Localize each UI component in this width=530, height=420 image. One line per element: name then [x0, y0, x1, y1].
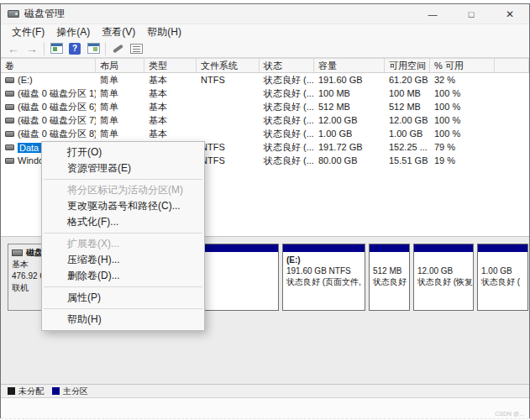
- context-menu-item-shrink-volume[interactable]: 压缩卷(H)...: [42, 252, 204, 268]
- forward-arrow-icon: →: [26, 41, 38, 56]
- volume-row[interactable]: (磁盘 0 磁盘分区 7) 简单 基本 状态良好 (... 12.00 GB 1…: [1, 113, 529, 127]
- back-button[interactable]: ←: [4, 41, 23, 56]
- partition-status: 状态良好 (恢复: [417, 276, 470, 287]
- volume-name: (磁盘 0 磁盘分区 1): [18, 88, 96, 98]
- volume-icon: [5, 144, 14, 150]
- partition-block-e[interactable]: (E:) 191.60 GB NTFS 状态良好 (页面文件,: [282, 244, 365, 311]
- volume-row[interactable]: (磁盘 0 磁盘分区 1) 简单 基本 状态良好 (... 100 MB 100…: [1, 87, 529, 100]
- volume-icon: [5, 158, 14, 164]
- partition-block-512mb[interactable]: 512 MB 状态良好: [369, 244, 410, 311]
- window-title: 磁盘管理: [24, 7, 65, 21]
- volume-icon: [5, 77, 14, 83]
- volume-name: (磁盘 0 磁盘分区 8): [18, 129, 96, 139]
- volume-icon: [5, 131, 14, 137]
- primary-partition-color-swatch: [52, 387, 60, 395]
- context-menu-item-format[interactable]: 格式化(F)...: [42, 214, 204, 230]
- column-header-volume[interactable]: 卷: [1, 59, 96, 72]
- partition-size: 1.00 GB: [481, 265, 524, 276]
- console-window-icon: [87, 43, 100, 54]
- partition-status: 状态良好 (: [481, 276, 524, 287]
- column-header-percent-free[interactable]: % 可用: [430, 59, 495, 72]
- toolbar: ← → ?: [1, 39, 529, 58]
- context-menu-item-mark-active: 将分区标记为活动分区(M): [42, 182, 204, 198]
- menu-separator: [44, 179, 202, 180]
- maximize-button[interactable]: □: [452, 4, 491, 24]
- close-button[interactable]: ✕: [491, 4, 529, 24]
- primary-partition-bar: [478, 244, 527, 252]
- title-bar[interactable]: 磁盘管理 — □ ✕: [1, 4, 529, 24]
- disk-management-app-icon: [8, 10, 19, 18]
- volume-name: (E:): [18, 76, 33, 86]
- menu-separator: [44, 286, 202, 287]
- unallocated-color-swatch: [8, 387, 15, 395]
- legend-unallocated: 未分配: [8, 386, 44, 397]
- menu-separator: [44, 233, 202, 234]
- bottom-strip: CSDN @...: [1, 397, 529, 419]
- tools-button[interactable]: [108, 41, 127, 56]
- partition-status: 状态良好 (页面文件,: [286, 276, 361, 287]
- toolbar-separator: [44, 42, 45, 55]
- partition-name: [481, 255, 524, 265]
- partition-name: [417, 255, 470, 265]
- volume-name: (磁盘 0 磁盘分区 6): [18, 102, 96, 112]
- primary-partition-bar: [370, 244, 409, 252]
- context-menu-item-open[interactable]: 打开(O): [42, 144, 204, 160]
- context-menu: 打开(O) 资源管理器(E) 将分区标记为活动分区(M) 更改驱动器号和路径(C…: [41, 141, 205, 331]
- menu-view[interactable]: 查看(V): [96, 25, 141, 39]
- properties-view-button[interactable]: [127, 41, 145, 56]
- column-header-free-space[interactable]: 可用空间: [385, 59, 430, 72]
- context-menu-item-delete-volume[interactable]: 删除卷(D)...: [42, 268, 204, 284]
- context-menu-item-explorer[interactable]: 资源管理器(E): [42, 160, 204, 176]
- watermark: CSDN @...: [495, 411, 524, 417]
- volume-row[interactable]: (E:) 简单 基本 NTFS 状态良好 (... 191.60 GB 61.2…: [1, 73, 529, 87]
- partition-name: (E:): [286, 255, 361, 265]
- volume-row[interactable]: (磁盘 0 磁盘分区 6) 简单 基本 状态良好 (... 512 MB 512…: [1, 100, 529, 113]
- primary-partition-bar: [414, 244, 473, 252]
- context-menu-item-change-drive-letter[interactable]: 更改驱动器号和路径(C)...: [42, 198, 204, 214]
- toolbar-separator: [105, 42, 106, 55]
- column-header-status[interactable]: 状态: [260, 59, 314, 72]
- background-edge-marks: [1, 417, 529, 419]
- minimize-button[interactable]: —: [413, 4, 452, 24]
- column-header-type[interactable]: 类型: [144, 59, 197, 72]
- context-menu-item-help[interactable]: 帮助(H): [42, 312, 204, 328]
- forward-button[interactable]: →: [23, 41, 41, 56]
- help-icon: ?: [69, 43, 81, 55]
- console-window-icon: [50, 43, 63, 54]
- list-view-icon: [130, 44, 143, 54]
- volume-icon: [5, 91, 14, 97]
- partition-size: 12.00 GB: [417, 265, 470, 276]
- column-header-filler: [495, 59, 529, 72]
- context-menu-item-extend-volume: 扩展卷(X)...: [42, 236, 204, 252]
- volume-table-header: 卷 布局 类型 文件系统 状态 容量 可用空间 % 可用: [1, 58, 529, 73]
- partition-size: 512 MB: [373, 265, 406, 276]
- primary-partition-bar: [283, 244, 365, 252]
- column-header-capacity[interactable]: 容量: [314, 59, 385, 72]
- partition-block-12gb[interactable]: 12.00 GB 状态良好 (恢复: [413, 244, 474, 311]
- back-arrow-icon: ←: [8, 41, 19, 56]
- menu-help[interactable]: 帮助(H): [141, 25, 187, 39]
- disk-management-window: 磁盘管理 — □ ✕ 文件(F) 操作(A) 查看(V) 帮助(H) ← → ?: [0, 3, 530, 418]
- console-view-button[interactable]: [84, 41, 102, 56]
- column-header-filesystem[interactable]: 文件系统: [197, 59, 260, 72]
- volume-icon: [5, 104, 14, 110]
- menu-action[interactable]: 操作(A): [50, 25, 96, 39]
- column-header-layout[interactable]: 布局: [96, 59, 144, 72]
- volume-row[interactable]: (磁盘 0 磁盘分区 8) 简单 基本 状态良好 (... 1.00 GB 1.…: [1, 127, 529, 140]
- help-button[interactable]: ?: [66, 41, 84, 56]
- tool-icon: [113, 44, 123, 53]
- partition-size: 191.60 GB NTFS: [286, 265, 361, 276]
- partition-name: [373, 255, 406, 265]
- partition-block-1gb[interactable]: 1.00 GB 状态良好 (: [477, 244, 528, 311]
- legend-bar: 未分配 主分区: [1, 384, 529, 397]
- console-tree-button[interactable]: [47, 41, 66, 56]
- context-menu-item-properties[interactable]: 属性(P): [42, 290, 204, 306]
- disk-icon: [12, 249, 23, 256]
- window-controls: — □ ✕: [413, 4, 529, 24]
- partition-status: 状态良好: [373, 276, 406, 287]
- menu-separator: [44, 308, 202, 309]
- volume-name: (磁盘 0 磁盘分区 7): [18, 115, 96, 125]
- menu-bar: 文件(F) 操作(A) 查看(V) 帮助(H): [1, 24, 529, 39]
- menu-file[interactable]: 文件(F): [6, 25, 50, 39]
- legend-primary-partition: 主分区: [52, 386, 88, 397]
